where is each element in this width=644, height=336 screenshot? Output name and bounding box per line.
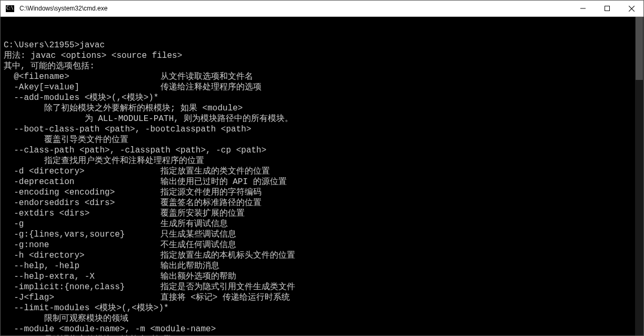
terminal-line: -g 生成所有调试信息 [4,219,640,229]
close-icon [629,6,635,12]
terminal-line: @<filename> 从文件读取选项和文件名 [4,72,640,82]
terminal-line: -encoding <encoding> 指定源文件使用的字符编码 [4,187,640,198]
maximize-button[interactable] [595,1,619,16]
terminal-content: C:\Users\21955>javac用法: javac <options> … [4,40,640,335]
terminal-line: --limit-modules <模块>(,<模块>)* [4,303,640,313]
terminal-line: --class-path <path>, -classpath <path>, … [4,145,640,156]
terminal-line: 用法: javac <options> <source files> [4,50,640,61]
window-controls [571,1,643,16]
terminal-line: --help-extra, -X 输出额外选项的帮助 [4,271,640,282]
terminal-line: 限制可观察模块的领域 [4,313,640,324]
cmd-icon-glyph: C:\. [6,6,15,11]
terminal-line: 其中, 可能的选项包括: [4,61,640,72]
terminal-line: --add-modules <模块>(,<模块>)* [4,93,640,103]
close-button[interactable] [619,1,643,16]
terminal-line: -Akey[=value] 传递给注释处理程序的选项 [4,82,640,93]
minimize-button[interactable] [571,1,595,16]
terminal-line: -h <directory> 指定放置生成的本机标头文件的位置 [4,250,640,261]
terminal-line: 除了初始模块之外要解析的根模块; 如果 <module> [4,103,640,114]
scrollbar-thumb[interactable] [636,17,643,80]
terminal-line: -implicit:{none,class} 指定是否为隐式引用文件生成类文件 [4,282,640,292]
minimize-icon [580,6,586,11]
terminal-line: --help, -help 输出此帮助消息 [4,261,640,271]
scrollbar[interactable] [635,17,643,335]
terminal-line: --module <module-name>, -m <module-name> [4,324,640,334]
terminal-line: -extdirs <dirs> 覆盖所安装扩展的位置 [4,208,640,219]
terminal-line: -J<flag> 直接将 <标记> 传递给运行时系统 [4,292,640,303]
terminal-line: -d <directory> 指定放置生成的类文件的位置 [4,166,640,177]
terminal-line: 只编译指定的模块, 请检查时间戳 [4,334,640,335]
cmd-icon: C:\. [6,5,14,12]
terminal-line: -g:none 不生成任何调试信息 [4,240,640,250]
terminal-line: 为 ALL-MODULE-PATH, 则为模块路径中的所有模块。 [4,114,640,124]
terminal-line: -deprecation 输出使用已过时的 API 的源位置 [4,177,640,187]
terminal-area[interactable]: C:\Users\21955>javac用法: javac <options> … [1,17,643,335]
maximize-icon [605,6,610,11]
svg-rect-1 [605,6,610,11]
terminal-line: -g:{lines,vars,source} 只生成某些调试信息 [4,229,640,240]
window-title: C:\Windows\system32\cmd.exe [19,5,571,12]
cmd-window: C:\. C:\Windows\system32\cmd.exe C:\User… [0,0,644,336]
window-icon-wrap: C:\. [1,5,19,12]
terminal-line: --boot-class-path <path>, -bootclasspath… [4,124,640,135]
terminal-line: C:\Users\21955>javac [4,40,640,50]
terminal-line: 覆盖引导类文件的位置 [4,135,640,145]
terminal-line: -endorseddirs <dirs> 覆盖签名的标准路径的位置 [4,198,640,208]
titlebar[interactable]: C:\. C:\Windows\system32\cmd.exe [1,1,643,17]
terminal-line: 指定查找用户类文件和注释处理程序的位置 [4,156,640,166]
